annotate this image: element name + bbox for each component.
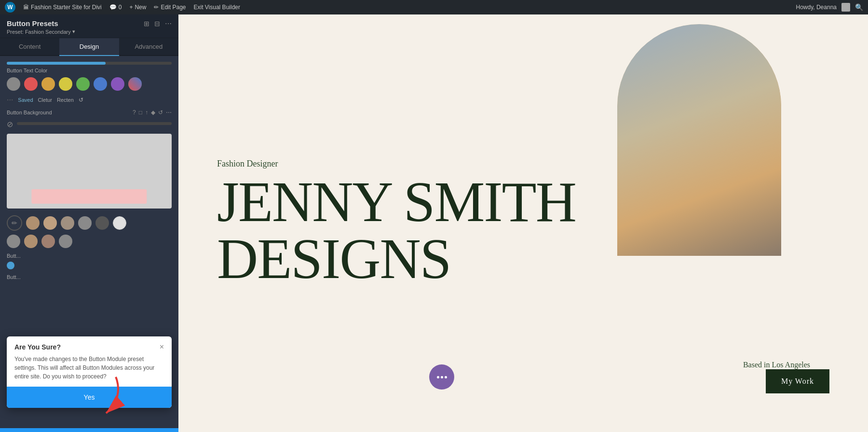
site-icon: 🏛 xyxy=(23,4,29,11)
confirm-dialog: Are You Sure? × You've made changes to t… xyxy=(7,336,172,408)
swatch-warm[interactable] xyxy=(43,216,57,230)
search-icon[interactable]: 🔍 xyxy=(855,3,863,11)
dots-icon: ··· xyxy=(7,96,13,104)
color-dot-blue[interactable] xyxy=(94,77,107,91)
tab-advanced[interactable]: Advanced xyxy=(119,38,178,56)
eye-slash-icon[interactable]: ⊘ xyxy=(7,120,13,129)
expand-icon[interactable]: ⊞ xyxy=(144,20,149,28)
swatch-row-2 xyxy=(7,235,172,248)
page-text: Fashion Designer JENNY SMITH DESIGNS xyxy=(217,159,576,288)
swatch-mid[interactable] xyxy=(61,216,74,230)
swatch-tan[interactable] xyxy=(26,216,40,230)
arch-figure-bg xyxy=(617,24,781,256)
reset-icon[interactable]: ↺ xyxy=(79,97,83,103)
my-work-button[interactable]: My Work xyxy=(766,369,829,393)
bg-mobile-icon[interactable]: □ xyxy=(139,109,142,116)
hero-title: JENNY SMITH DESIGNS xyxy=(217,174,576,288)
preset-label[interactable]: Preset: Fashion Secondary xyxy=(7,29,71,35)
swatch-row-1: ✏ xyxy=(7,215,172,231)
dot-3 xyxy=(445,376,447,378)
color-indicator-blue[interactable] xyxy=(7,262,14,269)
plus-icon: + xyxy=(129,4,133,11)
admin-bar-site-name[interactable]: 🏛 Fashion Starter Site for Divi xyxy=(23,4,102,11)
recten-label: Recten xyxy=(57,97,74,103)
pencil-icon: ✏ xyxy=(154,4,159,11)
based-text: Based in Los Angeles xyxy=(743,361,810,369)
confirm-title: Are You Sure? xyxy=(14,343,61,351)
panel-title-icons: ⊞ ⊟ ⋯ xyxy=(144,20,172,28)
divider xyxy=(17,122,172,125)
button-background-row: Button Background ? □ ↑ ◆ ↺ ⋯ xyxy=(7,109,172,116)
panel-bottom-strip xyxy=(0,428,178,432)
button-background-label: Button Background xyxy=(7,110,52,115)
page-content: Fashion Designer JENNY SMITH DESIGNS Bas… xyxy=(178,14,868,432)
tab-design[interactable]: Design xyxy=(59,38,119,56)
saved-label: Saved xyxy=(18,97,33,103)
admin-bar-exit-builder[interactable]: Exit Visual Builder xyxy=(193,4,240,11)
color-dot-custom[interactable] xyxy=(128,77,142,91)
saved-row: ··· Saved Cletur Recten ↺ xyxy=(7,96,172,104)
purple-fab-button[interactable] xyxy=(429,364,454,390)
panel-subtitle: Preset: Fashion Secondary ▾ xyxy=(7,28,172,35)
admin-bar-new[interactable]: + New xyxy=(129,4,146,11)
bg-help-icon[interactable]: ? xyxy=(133,109,136,116)
color-dot-green[interactable] xyxy=(76,77,90,91)
transparent-row: ⊘ xyxy=(7,120,172,129)
panel-tabs: Content Design Advanced xyxy=(0,38,178,56)
hero-line-1: JENNY SMITH xyxy=(217,170,576,234)
panel-header: Button Presets ⊞ ⊟ ⋯ Preset: Fashion Sec… xyxy=(0,14,178,38)
hero-line-2: DESIGNS xyxy=(217,227,450,291)
bg-up-icon[interactable]: ↑ xyxy=(145,109,148,116)
close-icon[interactable]: × xyxy=(160,343,164,351)
cletur-label: Cletur xyxy=(38,97,52,103)
panel-title: Button Presets xyxy=(7,19,58,28)
color-dot-row xyxy=(7,77,172,91)
swatch-2-3[interactable] xyxy=(41,235,55,248)
admin-bar-edit-page[interactable]: ✏ Edit Page xyxy=(154,4,186,11)
bg-pin-icon[interactable]: ◆ xyxy=(151,109,155,116)
chevron-down-icon: ▾ xyxy=(72,28,75,35)
right-canvas: Fashion Designer JENNY SMITH DESIGNS Bas… xyxy=(178,14,868,432)
color-dot-orange[interactable] xyxy=(41,77,55,91)
btn-section-1: Butt... xyxy=(7,253,172,259)
swatch-2-4[interactable] xyxy=(59,235,72,248)
swatch-dark[interactable] xyxy=(95,216,109,230)
howdy-text: Howdy, Deanna xyxy=(796,4,837,11)
confirm-message: You've made changes to the Button Module… xyxy=(14,355,164,381)
preview-button xyxy=(31,189,147,204)
range-slider[interactable] xyxy=(7,62,172,65)
arch-shape xyxy=(617,24,781,256)
color-dot-red[interactable] xyxy=(24,77,38,91)
confirm-header: Are You Sure? × xyxy=(14,343,164,351)
swatch-gray[interactable] xyxy=(78,216,92,230)
preview-rect xyxy=(7,134,172,209)
swatch-2-1[interactable] xyxy=(7,235,20,248)
main-layout: Button Presets ⊞ ⊟ ⋯ Preset: Fashion Sec… xyxy=(0,14,868,432)
button-text-color-label: Button Text Color xyxy=(7,68,172,73)
wp-logo-icon[interactable]: W xyxy=(5,2,15,13)
admin-bar-right: Howdy, Deanna 🔍 xyxy=(796,3,864,12)
swatch-2-2[interactable] xyxy=(24,235,38,248)
dot-1 xyxy=(437,376,439,378)
wp-admin-bar: W 🏛 Fashion Starter Site for Divi 💬 0 + … xyxy=(0,0,868,14)
color-dot-purple[interactable] xyxy=(111,77,124,91)
layout-icon[interactable]: ⊟ xyxy=(154,20,160,28)
bg-icons: ? □ ↑ ◆ ↺ ⋯ xyxy=(133,109,172,116)
user-avatar[interactable] xyxy=(841,3,850,12)
confirm-yes-button[interactable]: Yes xyxy=(7,387,172,408)
color-dot-gray[interactable] xyxy=(7,77,20,91)
bg-more-icon[interactable]: ⋯ xyxy=(166,109,172,116)
btn-section-2: Butt... xyxy=(7,274,172,280)
fashion-designer-label: Fashion Designer xyxy=(217,159,576,169)
hero-arch-image xyxy=(617,24,781,256)
color-dot-yellow[interactable] xyxy=(59,77,72,91)
more-icon[interactable]: ⋯ xyxy=(165,20,172,28)
left-panel: Button Presets ⊞ ⊟ ⋯ Preset: Fashion Sec… xyxy=(0,14,178,432)
admin-bar-left: W 🏛 Fashion Starter Site for Divi 💬 0 + … xyxy=(5,2,240,13)
swatch-light[interactable] xyxy=(113,216,126,230)
pen-icon[interactable]: ✏ xyxy=(7,215,22,231)
tab-content[interactable]: Content xyxy=(0,38,59,56)
admin-bar-comments[interactable]: 💬 0 xyxy=(109,4,122,11)
bg-undo-icon[interactable]: ↺ xyxy=(158,109,163,116)
comment-icon: 💬 xyxy=(109,4,117,11)
